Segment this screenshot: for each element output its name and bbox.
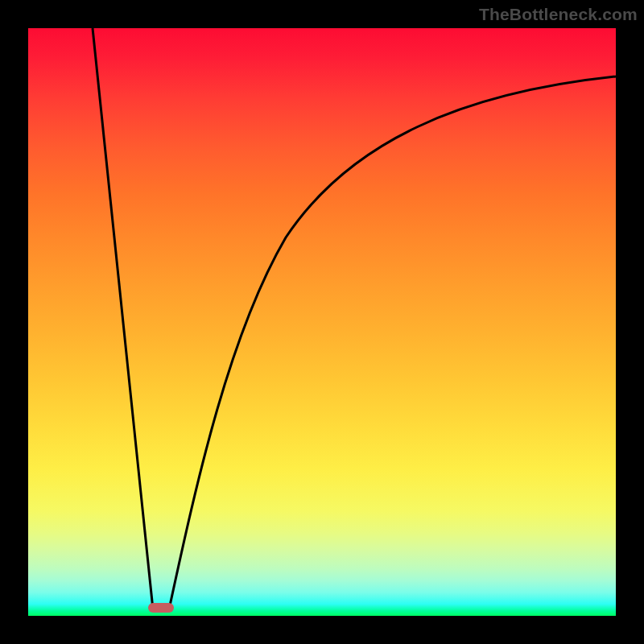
chart-container: TheBottleneck.com — [0, 0, 644, 644]
curve-overlay — [28, 28, 616, 616]
bottleneck-marker — [148, 603, 174, 613]
watermark-text: TheBottleneck.com — [479, 5, 638, 24]
left-descending-line — [93, 28, 153, 609]
right-ascending-curve — [169, 76, 616, 609]
plot-area — [28, 28, 616, 616]
